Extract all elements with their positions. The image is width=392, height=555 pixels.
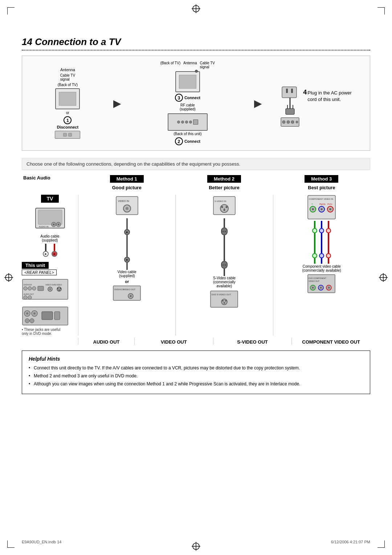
choose-connections-text: Choose one of the following connections,… [22,158,370,170]
m1-plug-top [124,229,130,235]
svg-rect-14 [291,89,293,93]
step1-device [55,131,80,139]
svg-text:S-VIDEO: S-VIDEO [54,284,62,286]
methods-cols-header: Method 1 Good picture Method 2 Better pi… [78,175,370,195]
svg-text:AUDIO IN: AUDIO IN [39,226,49,228]
methods-body-row: TV AUDIO IN Audio cable(supplied) [22,195,370,336]
methods-bottom-left [22,338,78,345]
hints-list: Connect this unit directly to the TV. If… [29,365,363,387]
method3-quality: Best picture [308,185,335,190]
step3-cable-tv: Cable TVsignal [200,61,215,69]
m2-svideo-plug-bot [221,261,228,269]
arrow-1: ▶ [112,97,123,109]
svg-point-76 [225,300,226,301]
method2-out-label: S-VIDEO OUT [213,339,292,345]
m3-y-cable-mid [314,233,315,253]
page-footer: E9A90UD_EN.indb 14 6/12/2006 4:21:07 PM [22,540,370,544]
svg-point-70 [223,209,225,211]
svg-point-71 [224,208,225,209]
step4-block: 4 Plug in the AC powercord of this unit. [266,78,366,129]
corner-mark-tr [377,7,385,15]
svg-text:COMPONENT VIDEO IN: COMPONENT VIDEO IN [309,198,333,200]
svg-rect-12 [282,87,297,98]
step3-back-unit: (Back of this unit) [173,132,201,136]
svg-point-20 [287,121,290,123]
svg-text:DVD/VCR: DVD/VCR [24,284,32,286]
method2-quality: Better picture [209,185,240,190]
svg-text:S-VIDEO IN: S-VIDEO IN [215,200,226,202]
step3-port [195,70,198,73]
m3-y-cable-top [314,221,315,228]
corner-mark-br [377,540,385,548]
this-unit-section: This unit <REAR PANEL> DVD/VCR AUDIO OUT [22,262,78,336]
svg-text:VIDEO OUT: VIDEO OUT [123,288,135,291]
method1-header: Method 1 [110,175,144,183]
svg-text:VIDEO OUT: VIDEO OUT [45,284,56,286]
step3-tv-illus [175,71,200,92]
m3-pr-cable-mid [328,233,329,253]
svg-point-27 [53,224,54,226]
port2 [181,121,184,123]
method2-tv-port-svg: S-VIDEO IN [212,195,237,218]
svg-point-32 [24,287,27,290]
left-rca-white [43,251,49,257]
arrow-2: ▶ [253,97,264,109]
method2-bottom: S-VIDEO OUT [213,338,292,345]
method3-col-header: Method 3 Best picture [273,175,370,195]
m1-cable-bot [126,263,128,270]
port4 [189,121,192,123]
method3-unit-port-svg: DVD COMPONENT VIDEO OUT [307,274,336,294]
svg-rect-60 [113,286,140,300]
svg-text:AUDIO OUT: AUDIO OUT [24,293,34,295]
method3-bottom: COMPONENT VIDEO OUT [291,338,370,345]
star-note: • These jacks are useful only in DVD mod… [22,328,60,336]
reg-mark-top [192,4,200,13]
m3-pb-cable-bot [321,258,322,264]
step1-cable-tv-label: Cable TVsignal [60,73,75,81]
methods-left-spacer: Basic Audio [22,175,78,195]
method1-content: VIDEO IN [78,195,175,336]
svg-point-33 [28,287,32,290]
method1-bottom: VIDEO OUT [134,338,213,345]
svg-point-38 [28,296,32,299]
step1-tv-illus [55,88,80,109]
svg-point-44 [57,288,58,289]
svg-rect-15 [286,109,294,114]
m3-pb-plug-bot [319,253,324,258]
svg-point-75 [222,300,224,301]
page-container: 14 Connection to a TV Antenna Cable TVsi… [0,0,392,555]
rear-panel-label: <REAR PANEL> [22,270,57,275]
method1-col-header: Method 1 Good picture [78,175,175,195]
m2-cable-label: S-Video cable(commerciallyavailable) [213,276,236,288]
tv-section: TV AUDIO IN Audio cable(supplied) [22,195,78,257]
svg-point-64 [130,295,131,297]
svg-point-85 [320,208,323,210]
m1-or: or [125,279,129,284]
m3-y-cable-bot [314,258,315,264]
svg-point-37 [24,296,27,299]
m1-cable-top [126,218,128,229]
step1-antenna-label: Antenna [60,68,75,72]
corner-mark-bl [7,540,15,548]
m3-y-plug-bot [312,253,317,258]
m2-cable-mid [224,235,225,261]
m3-pr-plug-bot [326,253,331,258]
step3-number-circle: 3 [175,94,183,102]
svg-point-45 [60,288,61,289]
svg-point-22 [296,121,298,123]
step3-tv-inner [179,75,196,89]
step2-number-circle: 2 [175,137,183,145]
right-rca-red [52,251,57,257]
m1-plug-bot [124,257,130,263]
method3-content: COMPONENT VIDEO IN Y Pb/Cb Pr/Cr [273,195,370,336]
audio-cable-label: Audio cable(supplied) [40,234,59,242]
audio-out-label: AUDIO OUT [78,339,134,345]
hint-item-3: Although you can view images when using … [29,381,363,387]
m2-cable-bot [224,269,225,276]
method3-out-label: COMPONENT VIDEO OUT [292,339,370,345]
step1-tv-inner [59,92,76,106]
right-audio-cable [54,244,55,251]
methods-content: VIDEO IN [78,195,370,336]
m1-cable-label: Video cable(supplied) [118,270,136,278]
dotted-separator [22,50,370,50]
